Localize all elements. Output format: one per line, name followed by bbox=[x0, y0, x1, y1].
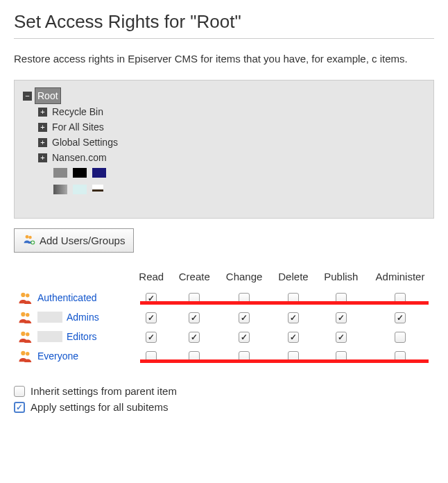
permission-checkbox[interactable] bbox=[239, 312, 250, 323]
apply-subitems-label: Apply settings for all subitems bbox=[31, 401, 168, 413]
column-header: Read bbox=[132, 269, 171, 288]
svg-point-9 bbox=[21, 332, 25, 336]
column-header: Publish bbox=[316, 269, 366, 288]
apply-subitems-checkbox[interactable] bbox=[14, 402, 25, 413]
users-icon bbox=[18, 291, 33, 305]
permission-checkbox[interactable] bbox=[146, 312, 157, 323]
expand-icon[interactable]: + bbox=[38, 123, 47, 132]
svg-point-10 bbox=[26, 332, 29, 336]
column-header: Delete bbox=[270, 269, 316, 288]
permission-checkbox[interactable] bbox=[189, 332, 200, 343]
svg-point-12 bbox=[26, 352, 29, 355]
collapse-icon[interactable]: − bbox=[23, 92, 32, 101]
svg-point-0 bbox=[26, 235, 29, 239]
table-row: Admins bbox=[14, 307, 434, 327]
svg-point-5 bbox=[21, 293, 25, 297]
expand-icon[interactable]: + bbox=[38, 138, 47, 147]
page-title: Set Access Rights for "Root" bbox=[14, 11, 434, 33]
tree-panel: − Root +Recycle Bin +For All Sites +Glob… bbox=[14, 80, 434, 219]
permissions-grid: Read Create Change Delete Publish Admini… bbox=[14, 269, 434, 366]
permission-checkbox[interactable] bbox=[189, 312, 200, 323]
svg-point-8 bbox=[26, 313, 29, 316]
highlight-bar bbox=[140, 301, 429, 305]
tree-node-root[interactable]: Root bbox=[35, 87, 61, 104]
tree-redacted-row bbox=[23, 168, 425, 178]
permission-checkbox[interactable] bbox=[288, 332, 299, 343]
svg-point-1 bbox=[28, 236, 32, 239]
highlight-bar bbox=[140, 359, 429, 363]
users-icon bbox=[18, 310, 33, 324]
button-label: Add Users/Groups bbox=[40, 235, 125, 246]
permission-checkbox[interactable] bbox=[395, 312, 406, 323]
column-header: Create bbox=[171, 269, 218, 288]
column-header: Administer bbox=[366, 269, 434, 288]
tree-redacted-row bbox=[23, 185, 425, 194]
permission-checkbox[interactable] bbox=[336, 332, 347, 343]
svg-rect-4 bbox=[31, 242, 34, 244]
inherit-checkbox[interactable] bbox=[14, 386, 25, 397]
table-row: Editors bbox=[14, 327, 434, 346]
svg-point-7 bbox=[21, 312, 25, 316]
tree-node[interactable]: Global Settings bbox=[50, 135, 120, 150]
redacted-text bbox=[37, 331, 62, 342]
users-add-icon bbox=[23, 233, 35, 248]
tree-node[interactable]: Nansen.com bbox=[50, 150, 109, 165]
svg-point-11 bbox=[21, 351, 25, 355]
role-link[interactable]: Everyone bbox=[37, 350, 78, 362]
users-icon bbox=[18, 330, 33, 344]
permission-checkbox[interactable] bbox=[395, 332, 406, 343]
permission-checkbox[interactable] bbox=[239, 332, 250, 343]
svg-point-6 bbox=[26, 294, 29, 297]
users-icon bbox=[18, 349, 33, 363]
divider bbox=[14, 38, 434, 39]
permission-checkbox[interactable] bbox=[336, 312, 347, 323]
column-header: Change bbox=[218, 269, 270, 288]
permission-checkbox[interactable] bbox=[146, 332, 157, 343]
description-text: Restore access rights in Episerver CMS f… bbox=[14, 51, 434, 66]
redacted-text bbox=[37, 312, 62, 323]
content-tree: − Root +Recycle Bin +For All Sites +Glob… bbox=[23, 87, 425, 194]
role-link[interactable]: Admins bbox=[67, 312, 99, 323]
role-link[interactable]: Authenticated bbox=[37, 292, 97, 303]
role-link[interactable]: Editors bbox=[67, 331, 97, 342]
permission-checkbox[interactable] bbox=[288, 312, 299, 323]
tree-node[interactable]: For All Sites bbox=[50, 119, 106, 135]
add-users-groups-button[interactable]: Add Users/Groups bbox=[14, 228, 134, 253]
tree-node[interactable]: Recycle Bin bbox=[50, 104, 105, 119]
expand-icon[interactable]: + bbox=[38, 153, 47, 162]
inherit-label: Inherit settings from parent item bbox=[31, 385, 177, 397]
options-section: Inherit settings from parent item Apply … bbox=[14, 385, 434, 413]
expand-icon[interactable]: + bbox=[38, 108, 47, 117]
